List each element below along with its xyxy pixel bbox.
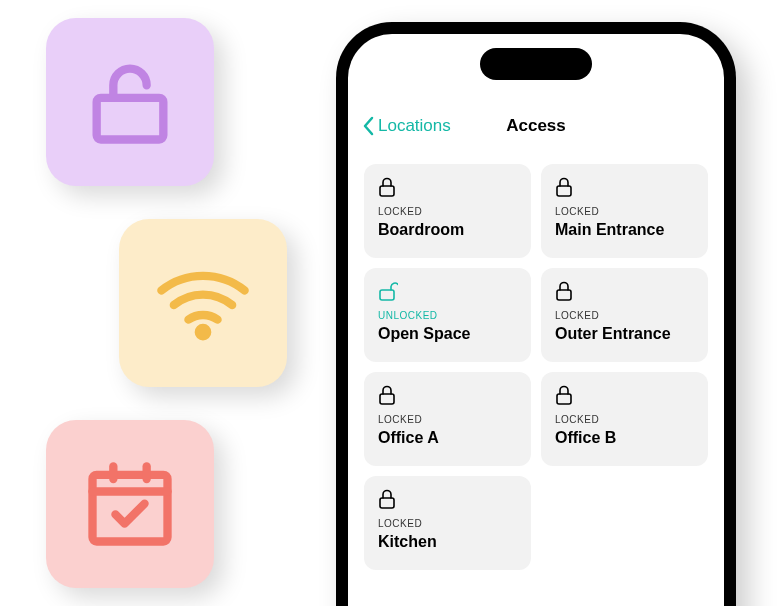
unlock-icon	[378, 280, 517, 302]
nav-bar: Locations Access	[348, 106, 724, 146]
access-tile[interactable]: LOCKEDKitchen	[364, 476, 531, 570]
tile-name: Office A	[378, 429, 517, 447]
feature-card-calendar	[46, 420, 214, 588]
access-tile[interactable]: LOCKEDOffice A	[364, 372, 531, 466]
svg-rect-9	[557, 290, 571, 300]
wifi-icon	[153, 253, 253, 353]
lock-icon	[378, 176, 517, 198]
phone-frame: Locations Access LOCKEDBoardroomLOCKEDMa…	[336, 22, 736, 606]
lock-icon	[555, 280, 694, 302]
svg-rect-10	[380, 394, 394, 404]
access-tile[interactable]: LOCKEDBoardroom	[364, 164, 531, 258]
tile-status: UNLOCKED	[378, 310, 517, 321]
svg-rect-12	[380, 498, 394, 508]
feature-card-wifi	[119, 219, 287, 387]
tile-status: LOCKED	[378, 206, 517, 217]
tile-name: Kitchen	[378, 533, 517, 551]
tile-status: LOCKED	[555, 310, 694, 321]
chevron-left-icon	[362, 116, 376, 136]
access-tile[interactable]: LOCKEDMain Entrance	[541, 164, 708, 258]
lock-icon	[555, 384, 694, 406]
tile-status: LOCKED	[555, 414, 694, 425]
svg-rect-7	[557, 186, 571, 196]
svg-point-1	[199, 328, 207, 336]
access-tiles: LOCKEDBoardroomLOCKEDMain EntranceUNLOCK…	[364, 164, 708, 570]
access-tile[interactable]: UNLOCKEDOpen Space	[364, 268, 531, 362]
svg-rect-6	[380, 186, 394, 196]
lock-icon	[555, 176, 694, 198]
unlock-icon	[80, 52, 180, 152]
svg-rect-0	[97, 98, 164, 140]
svg-rect-11	[557, 394, 571, 404]
access-tile[interactable]: LOCKEDOuter Entrance	[541, 268, 708, 362]
back-label: Locations	[378, 116, 451, 136]
lock-icon	[378, 384, 517, 406]
tile-status: LOCKED	[378, 518, 517, 529]
tile-status: LOCKED	[378, 414, 517, 425]
tile-name: Open Space	[378, 325, 517, 343]
calendar-check-icon	[80, 454, 180, 554]
tile-name: Office B	[555, 429, 694, 447]
tile-name: Main Entrance	[555, 221, 694, 239]
phone-screen: Locations Access LOCKEDBoardroomLOCKEDMa…	[348, 34, 724, 606]
feature-card-unlock	[46, 18, 214, 186]
back-button[interactable]: Locations	[362, 116, 451, 136]
page-title: Access	[506, 116, 566, 136]
tile-name: Outer Entrance	[555, 325, 694, 343]
access-tile[interactable]: LOCKEDOffice B	[541, 372, 708, 466]
dynamic-island	[480, 48, 592, 80]
tile-name: Boardroom	[378, 221, 517, 239]
svg-rect-2	[93, 475, 168, 542]
svg-rect-8	[380, 290, 394, 300]
tile-status: LOCKED	[555, 206, 694, 217]
lock-icon	[378, 488, 517, 510]
